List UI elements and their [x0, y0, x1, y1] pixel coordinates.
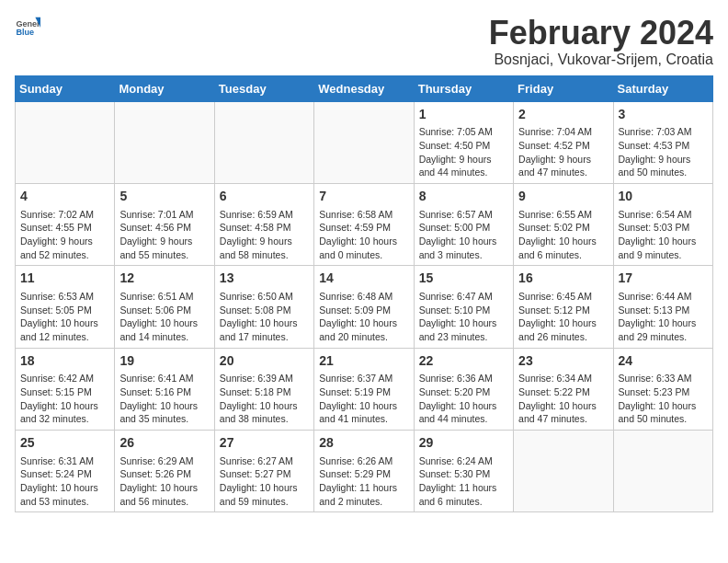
day-detail: Sunrise: 6:34 AMSunset: 5:22 PMDaylight:… — [518, 372, 608, 426]
day-number: 26 — [119, 434, 209, 453]
day-number: 8 — [419, 188, 508, 206]
day-number: 21 — [319, 352, 408, 371]
page-subtitle: Bosnjaci, Vukovar-Srijem, Croatia — [489, 52, 713, 68]
day-detail: Sunrise: 6:39 AMSunset: 5:18 PMDaylight:… — [220, 372, 309, 426]
calendar-day-header: Saturday — [613, 75, 712, 101]
calendar-cell: 9Sunrise: 6:55 AMSunset: 5:02 PMDaylight… — [514, 183, 613, 265]
day-detail: Sunrise: 7:03 AMSunset: 4:53 PMDaylight:… — [619, 125, 708, 179]
calendar-cell: 23Sunrise: 6:34 AMSunset: 5:22 PMDayligh… — [514, 348, 613, 430]
day-detail: Sunrise: 6:45 AMSunset: 5:12 PMDaylight:… — [518, 290, 608, 344]
day-detail: Sunrise: 6:37 AMSunset: 5:19 PMDaylight:… — [319, 372, 408, 426]
day-number: 29 — [419, 434, 508, 453]
day-detail: Sunrise: 6:41 AMSunset: 5:16 PMDaylight:… — [119, 372, 209, 426]
day-number: 15 — [419, 270, 508, 288]
day-detail: Sunrise: 6:51 AMSunset: 5:06 PMDaylight:… — [119, 290, 209, 344]
calendar-cell: 2Sunrise: 7:04 AMSunset: 4:52 PMDaylight… — [514, 101, 613, 183]
day-number: 12 — [119, 270, 209, 288]
calendar-cell — [314, 101, 414, 183]
day-detail: Sunrise: 6:58 AMSunset: 4:59 PMDaylight:… — [319, 208, 408, 262]
calendar-cell: 26Sunrise: 6:29 AMSunset: 5:26 PMDayligh… — [115, 430, 214, 511]
day-detail: Sunrise: 6:27 AMSunset: 5:27 PMDaylight:… — [220, 454, 309, 509]
calendar-cell: 27Sunrise: 6:27 AMSunset: 5:27 PMDayligh… — [214, 430, 313, 511]
day-detail: Sunrise: 7:04 AMSunset: 4:52 PMDaylight:… — [518, 125, 608, 179]
day-number: 4 — [20, 188, 109, 206]
calendar-cell: 16Sunrise: 6:45 AMSunset: 5:12 PMDayligh… — [514, 266, 613, 348]
day-detail: Sunrise: 6:26 AMSunset: 5:29 PMDaylight:… — [319, 454, 408, 509]
day-detail: Sunrise: 6:24 AMSunset: 5:30 PMDaylight:… — [419, 454, 508, 509]
calendar-cell: 10Sunrise: 6:54 AMSunset: 5:03 PMDayligh… — [613, 183, 712, 265]
calendar-cell: 5Sunrise: 7:01 AMSunset: 4:56 PMDaylight… — [115, 183, 214, 265]
day-number: 2 — [518, 106, 608, 124]
day-detail: Sunrise: 7:02 AMSunset: 4:55 PMDaylight:… — [20, 208, 109, 262]
day-number: 25 — [20, 434, 109, 453]
calendar-cell: 18Sunrise: 6:42 AMSunset: 5:15 PMDayligh… — [16, 348, 115, 430]
calendar-cell — [214, 101, 313, 183]
calendar-cell: 4Sunrise: 7:02 AMSunset: 4:55 PMDaylight… — [16, 183, 115, 265]
day-number: 18 — [20, 352, 109, 371]
day-detail: Sunrise: 6:42 AMSunset: 5:15 PMDaylight:… — [20, 372, 109, 426]
calendar-week-row: 4Sunrise: 7:02 AMSunset: 4:55 PMDaylight… — [16, 183, 713, 265]
day-detail: Sunrise: 6:29 AMSunset: 5:26 PMDaylight:… — [119, 454, 209, 509]
day-number: 3 — [619, 106, 708, 124]
day-number: 20 — [220, 352, 309, 371]
calendar-week-row: 18Sunrise: 6:42 AMSunset: 5:15 PMDayligh… — [16, 348, 713, 430]
day-number: 22 — [419, 352, 508, 371]
day-number: 14 — [319, 270, 408, 288]
calendar-cell: 3Sunrise: 7:03 AMSunset: 4:53 PMDaylight… — [613, 101, 712, 183]
calendar-cell: 12Sunrise: 6:51 AMSunset: 5:06 PMDayligh… — [115, 266, 214, 348]
calendar-day-header: Wednesday — [314, 75, 414, 101]
day-detail: Sunrise: 6:55 AMSunset: 5:02 PMDaylight:… — [518, 208, 608, 262]
day-detail: Sunrise: 6:33 AMSunset: 5:23 PMDaylight:… — [619, 372, 708, 426]
header: General Blue February 2024 Bosnjaci, Vuk… — [15, 15, 713, 68]
calendar-day-header: Tuesday — [214, 75, 313, 101]
day-detail: Sunrise: 6:54 AMSunset: 5:03 PMDaylight:… — [619, 208, 708, 262]
calendar-cell: 21Sunrise: 6:37 AMSunset: 5:19 PMDayligh… — [314, 348, 414, 430]
calendar-day-header: Friday — [514, 75, 613, 101]
calendar-week-row: 25Sunrise: 6:31 AMSunset: 5:24 PMDayligh… — [16, 430, 713, 511]
calendar-cell — [115, 101, 214, 183]
day-number: 11 — [20, 270, 109, 288]
day-number: 13 — [220, 270, 309, 288]
day-number: 1 — [419, 106, 508, 124]
day-detail: Sunrise: 7:01 AMSunset: 4:56 PMDaylight:… — [119, 208, 209, 262]
calendar-cell — [514, 430, 613, 511]
calendar-cell: 20Sunrise: 6:39 AMSunset: 5:18 PMDayligh… — [214, 348, 313, 430]
day-detail: Sunrise: 6:47 AMSunset: 5:10 PMDaylight:… — [419, 290, 508, 344]
day-number: 6 — [220, 188, 309, 206]
calendar-cell — [613, 430, 712, 511]
calendar-week-row: 1Sunrise: 7:05 AMSunset: 4:50 PMDaylight… — [16, 101, 713, 183]
day-number: 28 — [319, 434, 408, 453]
calendar-cell: 15Sunrise: 6:47 AMSunset: 5:10 PMDayligh… — [414, 266, 513, 348]
calendar-cell: 1Sunrise: 7:05 AMSunset: 4:50 PMDaylight… — [414, 101, 513, 183]
day-number: 9 — [518, 188, 608, 206]
logo-icon: General Blue — [15, 15, 40, 40]
day-detail: Sunrise: 6:31 AMSunset: 5:24 PMDaylight:… — [20, 454, 109, 509]
calendar-cell: 13Sunrise: 6:50 AMSunset: 5:08 PMDayligh… — [214, 266, 313, 348]
calendar-header-row: SundayMondayTuesdayWednesdayThursdayFrid… — [16, 75, 713, 101]
calendar-cell: 24Sunrise: 6:33 AMSunset: 5:23 PMDayligh… — [613, 348, 712, 430]
day-detail: Sunrise: 6:44 AMSunset: 5:13 PMDaylight:… — [619, 290, 708, 344]
calendar-table: SundayMondayTuesdayWednesdayThursdayFrid… — [15, 75, 713, 513]
logo: General Blue — [15, 15, 40, 40]
day-detail: Sunrise: 7:05 AMSunset: 4:50 PMDaylight:… — [419, 125, 508, 179]
day-detail: Sunrise: 6:57 AMSunset: 5:00 PMDaylight:… — [419, 208, 508, 262]
calendar-cell: 29Sunrise: 6:24 AMSunset: 5:30 PMDayligh… — [414, 430, 513, 511]
calendar-cell: 7Sunrise: 6:58 AMSunset: 4:59 PMDaylight… — [314, 183, 414, 265]
calendar-day-header: Sunday — [16, 75, 115, 101]
day-number: 17 — [619, 270, 708, 288]
calendar-day-header: Monday — [115, 75, 214, 101]
page-title: February 2024 — [489, 15, 713, 52]
day-number: 16 — [518, 270, 608, 288]
day-number: 10 — [619, 188, 708, 206]
day-detail: Sunrise: 6:53 AMSunset: 5:05 PMDaylight:… — [20, 290, 109, 344]
svg-text:General: General — [16, 19, 40, 29]
calendar-cell — [16, 101, 115, 183]
day-number: 7 — [319, 188, 408, 206]
day-detail: Sunrise: 6:50 AMSunset: 5:08 PMDaylight:… — [220, 290, 309, 344]
day-detail: Sunrise: 6:59 AMSunset: 4:58 PMDaylight:… — [220, 208, 309, 262]
day-detail: Sunrise: 6:48 AMSunset: 5:09 PMDaylight:… — [319, 290, 408, 344]
day-number: 23 — [518, 352, 608, 371]
calendar-cell: 19Sunrise: 6:41 AMSunset: 5:16 PMDayligh… — [115, 348, 214, 430]
calendar-cell: 14Sunrise: 6:48 AMSunset: 5:09 PMDayligh… — [314, 266, 414, 348]
calendar-day-header: Thursday — [414, 75, 513, 101]
